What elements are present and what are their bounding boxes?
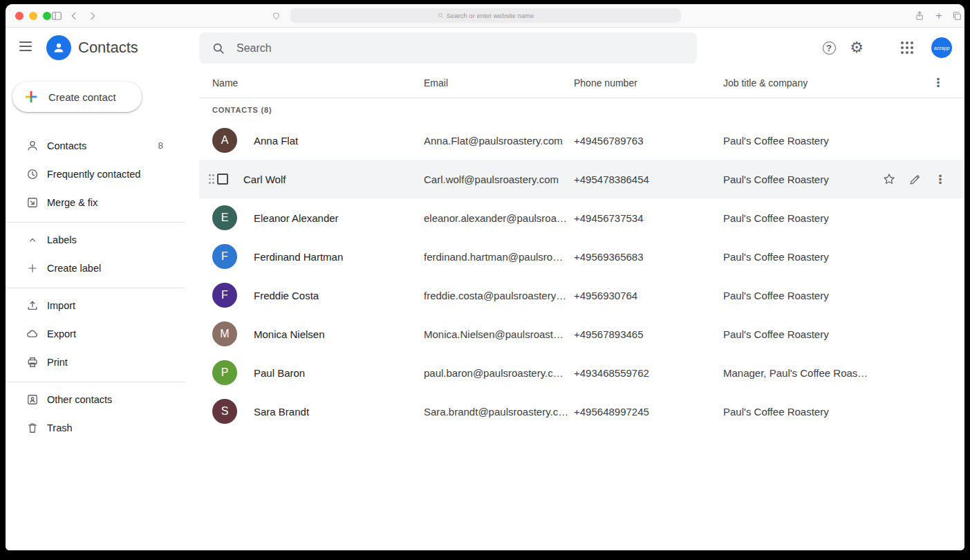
chevron-up-icon [25, 232, 39, 247]
import-icon [25, 298, 39, 312]
table-row[interactable]: F Freddie Costa freddie.costa@paulsroast… [199, 276, 964, 315]
other-contacts-icon [25, 392, 39, 407]
minimize-window-button[interactable] [29, 12, 37, 20]
search-bar[interactable] [199, 32, 697, 64]
page-title: Contacts [78, 39, 138, 57]
column-header-job: Job title & company [723, 77, 868, 88]
table-row[interactable]: E Eleanor Alexander eleanor.alexander@pa… [199, 198, 964, 237]
contact-name: Sara Brandt [254, 406, 309, 418]
table-row[interactable]: P Paul Baron paul.baron@paulsroastery.c…… [199, 353, 964, 392]
sidebar-item-label: Trash [47, 422, 73, 433]
contact-email: eleanor.alexander@paulsroa… [424, 212, 574, 224]
table-options-kebab-icon[interactable] [930, 75, 946, 91]
back-icon[interactable] [67, 9, 81, 23]
search-icon [438, 12, 444, 19]
contact-email: freddie.costa@paulsroastery… [424, 290, 574, 301]
sidebar-item-merge-fix[interactable]: Merge & fix [6, 188, 199, 216]
avatar[interactable]: F [212, 244, 237, 269]
table-row-hovered[interactable]: Carl Wolf Carl.wolf@paulsroastery.com +4… [199, 160, 964, 198]
contact-email: Anna.Flat@paulsroastery.com [424, 135, 574, 147]
avatar[interactable]: S [212, 399, 237, 424]
contact-job: Manager, Paul's Coffee Roas… [723, 367, 868, 379]
close-window-button[interactable] [15, 12, 24, 20]
sidebar-item-label: Frequently contacted [47, 169, 140, 180]
contact-job: Paul's Coffee Roastery [723, 251, 868, 263]
sidebar-item-other-contacts[interactable]: Other contacts [6, 385, 185, 413]
edit-pencil-icon[interactable] [906, 171, 923, 187]
browser-window: Search or enter website name Contacts [6, 4, 964, 550]
sidebar-item-export[interactable]: Export [6, 319, 185, 348]
create-contact-label: Create contact [48, 91, 116, 103]
header-actions: azzapp [815, 28, 952, 68]
sidebar-item-label: Contacts [47, 140, 86, 151]
contact-job: Paul's Coffee Roastery [723, 290, 868, 301]
contact-name: Carl Wolf [243, 174, 286, 185]
avatar[interactable]: E [212, 205, 237, 230]
main-menu-icon[interactable] [19, 41, 32, 51]
sidebar-labels-header[interactable]: Labels [6, 225, 185, 254]
address-placeholder: Search or enter website name [447, 12, 534, 19]
sidebar-item-print[interactable]: Print [6, 348, 185, 376]
drag-handle-icon[interactable] [209, 174, 214, 184]
contact-phone: +49569365683 [574, 251, 723, 263]
browser-chrome: Search or enter website name [6, 4, 964, 28]
browser-sidebar-icon[interactable] [50, 9, 64, 23]
contact-job: Paul's Coffee Roastery [723, 328, 868, 340]
create-contact-button[interactable]: Create contact [12, 82, 142, 112]
labels-header-label: Labels [47, 234, 77, 245]
history-clock-icon [25, 167, 39, 181]
sidebar-item-label: Import [47, 300, 75, 311]
avatar[interactable]: P [212, 360, 237, 385]
settings-gear-icon[interactable] [843, 34, 870, 62]
avatar[interactable]: A [212, 128, 237, 153]
contacts-count: 8 [158, 140, 199, 151]
contact-phone: +4956930764 [574, 290, 723, 301]
table-row[interactable]: S Sara Brandt Sara.brandt@paulsroastery.… [199, 392, 964, 431]
contact-job: Paul's Coffee Roastery [723, 406, 868, 418]
tabs-overview-icon[interactable] [950, 9, 964, 23]
contact-name: Eleanor Alexander [254, 212, 339, 224]
contact-name: Freddie Costa [254, 290, 319, 301]
search-input[interactable] [236, 42, 684, 55]
contact-phone: +495648997245 [574, 406, 723, 418]
sidebar-item-create-label[interactable]: Create label [6, 254, 185, 282]
row-options-kebab-icon[interactable] [932, 171, 949, 187]
contact-name: Monica Nielsen [254, 328, 325, 340]
contacts-logo-icon[interactable] [46, 35, 71, 60]
sidebar-item-label: Print [47, 357, 68, 368]
contacts-section-label: Contacts (8) [199, 98, 964, 121]
table-header-row: Name Email Phone number Job title & comp… [199, 68, 964, 98]
avatar[interactable]: M [212, 321, 237, 346]
contact-name: Anna Flat [254, 135, 298, 147]
new-tab-icon[interactable] [932, 9, 946, 23]
sidebar-section-labels: Labels Create label [6, 222, 185, 285]
sidebar-item-contacts[interactable]: Contacts 8 [6, 131, 199, 160]
contact-name: Paul Baron [254, 367, 305, 379]
sidebar-item-label: Merge & fix [47, 197, 97, 208]
avatar[interactable]: F [212, 283, 237, 308]
multicolor-plus-icon [24, 89, 39, 104]
sidebar-item-frequently-contacted[interactable]: Frequently contacted [6, 160, 199, 188]
sidebar-item-import[interactable]: Import [6, 291, 185, 319]
contact-email: Sara.brandt@paulsroastery.c… [424, 406, 574, 418]
table-row[interactable]: A Anna Flat Anna.Flat@paulsroastery.com … [199, 121, 964, 160]
app-header: Contacts azzapp [6, 28, 964, 68]
forward-icon[interactable] [86, 9, 100, 23]
contact-email: ferdinand.hartman@paulsro… [424, 251, 574, 263]
contact-phone: +493468559762 [574, 367, 723, 379]
merge-fix-icon [25, 195, 39, 209]
share-icon[interactable] [913, 9, 926, 23]
row-checkbox[interactable] [217, 174, 228, 185]
address-bar[interactable]: Search or enter website name [290, 8, 681, 23]
google-apps-icon[interactable] [901, 41, 913, 54]
help-icon[interactable] [815, 34, 843, 62]
contact-email: paul.baron@paulsroastery.c… [424, 367, 574, 379]
table-row[interactable]: M Monica Nielsen Monica.Nielsen@paulsroa… [199, 315, 964, 353]
account-avatar[interactable]: azzapp [931, 37, 952, 58]
column-header-name: Name [199, 77, 424, 88]
star-icon[interactable] [881, 171, 897, 187]
google-contacts-app: Contacts azzapp [6, 28, 964, 550]
table-row[interactable]: F Ferdinand Hartman ferdinand.hartman@pa… [199, 237, 964, 276]
trash-icon [25, 420, 39, 435]
sidebar-item-trash[interactable]: Trash [6, 413, 185, 442]
